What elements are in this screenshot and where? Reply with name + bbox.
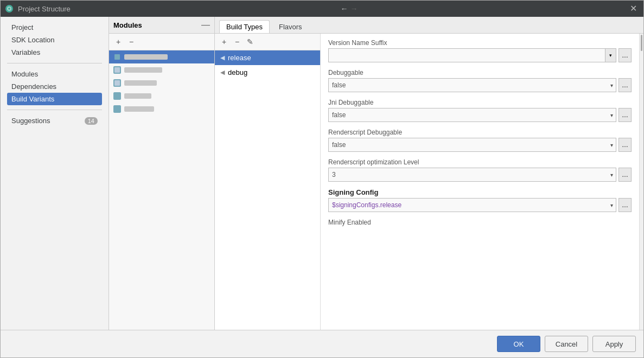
renderscript-debuggable-group: Renderscript Debuggable false true ▾ …	[328, 129, 632, 152]
module-label-5	[124, 106, 154, 112]
module-item-2[interactable]	[109, 63, 214, 76]
version-name-suffix-group: Version Name Suffix ▾ …	[328, 39, 632, 62]
renderscript-debuggable-row: false true ▾ …	[328, 138, 632, 152]
renderscript-debuggable-select[interactable]: false true	[328, 138, 616, 152]
build-types-list: + − ✎ ◀ release ◀ debug	[215, 34, 321, 330]
sidebar-item-sdk-location[interactable]: SDK Location	[7, 34, 102, 46]
suggestions-label: Suggestions	[11, 117, 50, 125]
apply-button[interactable]: Apply	[592, 336, 636, 352]
right-panel: Build Types Flavors + − ✎ ◀ release	[215, 17, 643, 330]
suggestions-badge: 14	[85, 117, 98, 125]
remove-module-button[interactable]: −	[125, 36, 137, 48]
module-icon	[113, 105, 121, 113]
jni-debuggable-group: Jni Debuggable false true ▾ …	[328, 99, 632, 122]
sidebar-item-build-variants[interactable]: Build Variants	[7, 93, 102, 105]
svg-rect-10	[113, 105, 121, 113]
svg-rect-8	[114, 80, 120, 86]
signing-config-side-btn[interactable]: …	[619, 198, 632, 212]
renderscript-debuggable-label: Renderscript Debuggable	[328, 129, 632, 136]
version-name-suffix-dropdown-btn[interactable]: ▾	[605, 49, 616, 62]
signing-config-label: Signing Config	[328, 188, 632, 196]
app-icon	[5, 4, 14, 13]
minimize-button[interactable]: —	[201, 20, 210, 30]
jni-debuggable-select[interactable]: false true	[328, 108, 616, 122]
minify-enabled-group: Minify Enabled	[328, 219, 632, 226]
version-name-suffix-side-btn[interactable]: …	[619, 48, 632, 62]
debuggable-select[interactable]: false true	[328, 78, 616, 92]
bottom-nav: Suggestions 14	[1, 114, 109, 127]
module-icon	[113, 53, 121, 61]
module-item-1[interactable]	[109, 50, 214, 63]
module-icon	[113, 66, 121, 74]
renderscript-debuggable-side-btn[interactable]: …	[619, 138, 632, 152]
build-type-debug[interactable]: ◀ debug	[215, 65, 320, 80]
renderscript-optimization-select-wrapper: 3 0 1 2 ▾	[328, 168, 616, 182]
modules-panel: Modules — + −	[109, 17, 215, 330]
minify-enabled-label: Minify Enabled	[328, 219, 632, 226]
module-item-3[interactable]	[109, 76, 214, 90]
add-module-button[interactable]: +	[112, 36, 124, 48]
svg-rect-6	[114, 67, 120, 73]
module-label-4	[124, 93, 151, 99]
forward-button[interactable]: →	[350, 4, 358, 13]
main-content: Project SDK Location Variables Modules D…	[1, 17, 643, 330]
build-type-release-label: release	[228, 54, 251, 62]
add-build-type-button[interactable]: +	[218, 36, 230, 48]
debug-arrow-icon: ◀	[220, 69, 225, 76]
project-structure-dialog: Project Structure ← → ✕ Project SDK Loca…	[0, 0, 644, 358]
module-label-3	[124, 80, 157, 86]
sidebar-divider-2	[7, 110, 102, 110]
close-button[interactable]: ✕	[628, 3, 639, 14]
module-label-2	[124, 67, 162, 73]
modules-toolbar: + −	[109, 34, 214, 50]
svg-point-2	[8, 8, 10, 10]
module-icon	[113, 92, 121, 100]
dialog-title: Project Structure	[18, 5, 71, 13]
tabs-bar: Build Types Flavors	[215, 17, 643, 34]
build-type-release[interactable]: ◀ release	[215, 50, 320, 65]
tab-flavors[interactable]: Flavors	[272, 20, 309, 33]
jni-debuggable-select-wrapper: false true ▾	[328, 108, 616, 122]
left-sidebar: Project SDK Location Variables Modules D…	[1, 17, 109, 330]
debuggable-label: Debuggable	[328, 69, 632, 76]
sidebar-item-variables[interactable]: Variables	[7, 46, 102, 59]
right-content: + − ✎ ◀ release ◀ debug	[215, 34, 643, 330]
sidebar-item-modules[interactable]: Modules	[7, 68, 102, 80]
tab-build-types[interactable]: Build Types	[219, 20, 270, 33]
sidebar-item-suggestions[interactable]: Suggestions 14	[7, 114, 102, 127]
remove-build-type-button[interactable]: −	[231, 36, 243, 48]
jni-debuggable-row: false true ▾ …	[328, 108, 632, 122]
version-name-suffix-label: Version Name Suffix	[328, 39, 632, 47]
release-arrow-icon: ◀	[220, 54, 225, 61]
ok-button[interactable]: OK	[497, 336, 540, 352]
edit-build-type-button[interactable]: ✎	[244, 36, 256, 48]
modules-header: Modules —	[109, 17, 214, 34]
renderscript-optimization-row: 3 0 1 2 ▾ …	[328, 168, 632, 182]
sidebar-item-project[interactable]: Project	[7, 21, 102, 34]
module-label-1	[124, 54, 168, 60]
module-icon	[113, 79, 121, 87]
form-panel: Version Name Suffix ▾ … Debuggable	[321, 34, 639, 330]
cancel-button[interactable]: Cancel	[545, 336, 588, 352]
signing-config-select[interactable]: $signingConfigs.release none	[328, 198, 616, 212]
renderscript-debuggable-select-wrapper: false true ▾	[328, 138, 616, 152]
debuggable-group: Debuggable false true ▾ …	[328, 69, 632, 92]
module-item-5[interactable]	[109, 103, 214, 116]
module-item-4[interactable]	[109, 90, 214, 103]
debuggable-row: false true ▾ …	[328, 78, 632, 92]
svg-rect-4	[114, 54, 120, 60]
signing-config-select-wrapper: $signingConfigs.release none ▾	[328, 198, 616, 212]
sidebar-item-dependencies[interactable]: Dependencies	[7, 80, 102, 93]
renderscript-optimization-select[interactable]: 3 0 1 2	[328, 168, 616, 182]
back-button[interactable]: ←	[340, 4, 348, 13]
right-panel-scrollbar[interactable]	[639, 34, 643, 330]
version-name-suffix-input-wrapper: ▾	[328, 48, 616, 62]
debuggable-side-btn[interactable]: …	[619, 78, 632, 92]
modules-list	[109, 50, 214, 330]
renderscript-optimization-side-btn[interactable]: …	[619, 168, 632, 182]
signing-config-row: $signingConfigs.release none ▾ …	[328, 198, 632, 212]
debuggable-select-wrapper: false true ▾	[328, 78, 616, 92]
build-types-toolbar: + − ✎	[215, 34, 320, 50]
jni-debuggable-side-btn[interactable]: …	[619, 108, 632, 122]
version-name-suffix-input[interactable]	[329, 50, 605, 60]
